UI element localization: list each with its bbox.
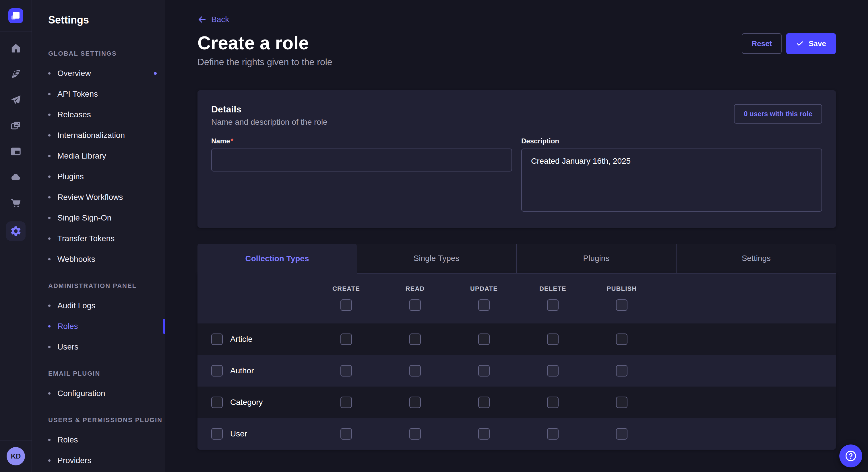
divider: [48, 37, 62, 37]
sidebar-item-overview[interactable]: Overview: [32, 63, 165, 84]
details-heading: Details Name and description of the role: [211, 104, 328, 127]
row-article-select-checkbox[interactable]: [211, 334, 223, 345]
author-update-checkbox[interactable]: [478, 365, 490, 376]
sidebar-item-up-roles[interactable]: Roles: [32, 430, 165, 450]
category-create-checkbox[interactable]: [340, 397, 352, 408]
item-label: Plugins: [57, 172, 84, 181]
question-mark-icon: [844, 449, 858, 463]
bullet-icon: [48, 134, 51, 136]
user-delete-checkbox[interactable]: [547, 428, 559, 440]
user-menu: KD: [0, 440, 32, 472]
shopping-cart-icon: [10, 197, 22, 209]
page-heading: Create a role Define the rights given to…: [197, 32, 332, 67]
item-label: Users: [57, 342, 79, 351]
row-category-select-checkbox[interactable]: [211, 397, 223, 408]
author-delete-checkbox[interactable]: [547, 365, 559, 376]
bullet-icon: [48, 346, 51, 348]
description-textarea[interactable]: Created January 16th, 2025: [521, 148, 822, 212]
sidebar-item-api-tokens[interactable]: API Tokens: [32, 84, 165, 104]
article-publish-checkbox[interactable]: [616, 334, 627, 345]
details-subtitle: Name and description of the role: [211, 117, 328, 127]
required-asterisk: *: [230, 137, 233, 145]
description-field-group: Description Created January 16th, 2025: [521, 137, 822, 214]
category-update-checkbox[interactable]: [478, 397, 490, 408]
nav-icon-cloud[interactable]: [10, 171, 22, 183]
back-label: Back: [211, 15, 229, 24]
nav-icon-write[interactable]: [10, 68, 22, 80]
sidebar-item-audit-logs[interactable]: Audit Logs: [32, 295, 165, 316]
item-label: Transfer Tokens: [57, 234, 115, 243]
author-publish-checkbox[interactable]: [616, 365, 627, 376]
author-create-checkbox[interactable]: [340, 365, 352, 376]
user-update-checkbox[interactable]: [478, 428, 490, 440]
select-all-read-checkbox[interactable]: [409, 299, 421, 311]
item-label: API Tokens: [57, 90, 98, 99]
nav-icon-marketplace[interactable]: [10, 197, 22, 209]
help-button[interactable]: [839, 444, 862, 467]
main-nav: KD: [0, 0, 32, 472]
sidebar-item-review-workflows[interactable]: Review Workflows: [32, 187, 165, 208]
sidebar-item-transfer-tokens[interactable]: Transfer Tokens: [32, 228, 165, 249]
article-create-checkbox[interactable]: [340, 334, 352, 345]
table-row-category: Category: [197, 386, 836, 418]
main-content: Back Create a role Define the rights giv…: [165, 0, 868, 472]
item-label: Providers: [57, 456, 91, 465]
user-create-checkbox[interactable]: [340, 428, 352, 440]
bullet-icon: [48, 155, 51, 157]
author-read-checkbox[interactable]: [409, 365, 421, 376]
sidebar-item-releases[interactable]: Releases: [32, 104, 165, 125]
sidebar-item-plugins[interactable]: Plugins: [32, 166, 165, 187]
article-update-checkbox[interactable]: [478, 334, 490, 345]
article-delete-checkbox[interactable]: [547, 334, 559, 345]
nav-icon-content-builder[interactable]: [10, 146, 22, 157]
row-user-select-checkbox[interactable]: [211, 428, 223, 440]
nav-icon-home[interactable]: [10, 42, 22, 54]
section-label-users-permissions-plugin: USERS & PERMISSIONS PLUGIN: [48, 416, 165, 424]
sidebar-item-users[interactable]: Users: [32, 337, 165, 357]
nav-icon-media-library[interactable]: [10, 120, 22, 131]
users-with-role-button[interactable]: 0 users with this role: [734, 104, 822, 124]
bullet-icon: [48, 72, 51, 74]
nav-icon-send[interactable]: [10, 94, 22, 105]
tab-single-types[interactable]: Single Types: [357, 244, 516, 274]
tab-plugins[interactable]: Plugins: [516, 244, 676, 274]
nav-icon-settings-active[interactable]: [6, 222, 26, 241]
select-all-publish-checkbox[interactable]: [616, 299, 627, 311]
tab-settings[interactable]: Settings: [676, 244, 836, 274]
article-read-checkbox[interactable]: [409, 334, 421, 345]
sidebar-item-roles-active[interactable]: Roles: [32, 316, 165, 337]
select-all-update-checkbox[interactable]: [478, 299, 490, 311]
reset-button[interactable]: Reset: [742, 33, 782, 54]
user-avatar[interactable]: KD: [7, 447, 25, 465]
user-read-checkbox[interactable]: [409, 428, 421, 440]
sidebar-item-internationalization[interactable]: Internationalization: [32, 125, 165, 146]
column-header-read: READ: [405, 285, 425, 293]
select-all-create-checkbox[interactable]: [340, 299, 352, 311]
column-header-update: UPDATE: [470, 285, 498, 293]
user-publish-checkbox[interactable]: [616, 428, 627, 440]
category-publish-checkbox[interactable]: [616, 397, 627, 408]
section-label-global-settings: GLOBAL SETTINGS: [48, 50, 165, 57]
row-author-select-checkbox[interactable]: [211, 365, 223, 376]
sidebar-item-media-library[interactable]: Media Library: [32, 146, 165, 166]
notification-dot: [154, 72, 157, 75]
save-button[interactable]: Save: [786, 33, 836, 54]
sidebar-item-providers[interactable]: Providers: [32, 450, 165, 471]
workspace-logo[interactable]: [0, 0, 32, 32]
images-icon: [10, 120, 22, 131]
sidebar-item-single-sign-on[interactable]: Single Sign-On: [32, 208, 165, 228]
sidebar-item-configuration[interactable]: Configuration: [32, 383, 165, 404]
name-input[interactable]: [211, 148, 512, 171]
tab-collection-types[interactable]: Collection Types: [197, 244, 357, 274]
strapi-logo-icon: [8, 8, 23, 23]
category-read-checkbox[interactable]: [409, 397, 421, 408]
category-delete-checkbox[interactable]: [547, 397, 559, 408]
subnav-title: Settings: [48, 14, 165, 26]
row-label: User: [230, 429, 247, 438]
sidebar-item-webhooks[interactable]: Webhooks: [32, 249, 165, 270]
bullet-icon: [48, 305, 51, 307]
select-all-delete-checkbox[interactable]: [547, 299, 559, 311]
arrow-left-icon: [197, 15, 207, 24]
back-link[interactable]: Back: [197, 15, 229, 24]
item-label: Review Workflows: [57, 193, 123, 202]
